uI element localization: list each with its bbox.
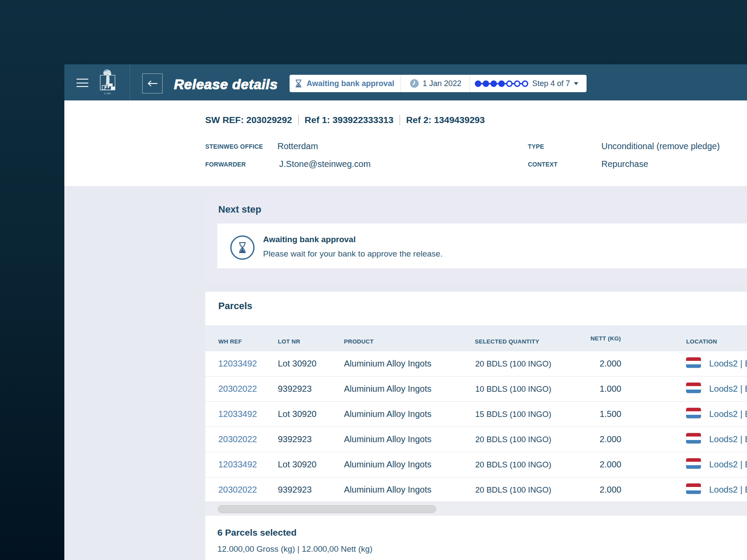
svg-text:A° 1847: A° 1847 xyxy=(104,93,111,95)
